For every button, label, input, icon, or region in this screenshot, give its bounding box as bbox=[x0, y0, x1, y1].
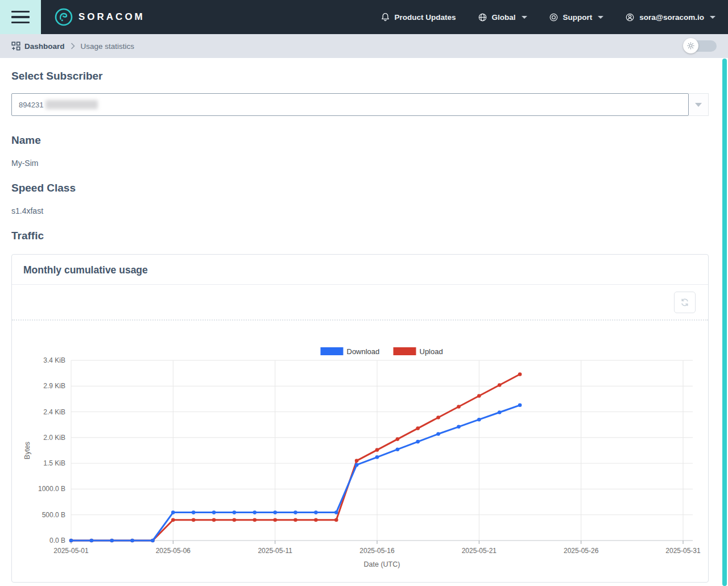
speed-class-heading: Speed Class bbox=[11, 182, 709, 194]
refresh-button[interactable] bbox=[674, 292, 696, 313]
subscriber-dropdown-button[interactable] bbox=[689, 93, 709, 116]
main-content: Select Subscriber Name My-Sim Speed Clas… bbox=[0, 70, 728, 583]
breadcrumb-current-page: Usage statistics bbox=[81, 42, 135, 51]
sun-icon bbox=[687, 42, 694, 49]
chevron-down-icon bbox=[598, 16, 603, 19]
refresh-icon bbox=[680, 297, 690, 307]
svg-text:2025-05-26: 2025-05-26 bbox=[564, 547, 599, 555]
svg-text:2025-05-16: 2025-05-16 bbox=[359, 547, 395, 555]
svg-text:3.4 KiB: 3.4 KiB bbox=[43, 356, 65, 364]
svg-text:500.0 B: 500.0 B bbox=[42, 511, 65, 519]
breadcrumb: Dashboard Usage statistics bbox=[0, 34, 728, 58]
support-icon bbox=[549, 13, 559, 22]
support-label: Support bbox=[563, 13, 593, 22]
speed-class-value: s1.4xfast bbox=[11, 206, 709, 215]
chevron-down-icon bbox=[710, 16, 715, 19]
dashboard-grid-icon bbox=[11, 41, 20, 51]
card-header: Monthly cumulative usage bbox=[12, 255, 708, 285]
subscriber-combobox bbox=[11, 93, 709, 116]
top-navbar: SORACOM Product Updates Global bbox=[0, 0, 728, 34]
subscriber-input[interactable] bbox=[11, 93, 689, 116]
card-toolbar bbox=[12, 285, 708, 321]
navbar-menu: Product Updates Global Support bbox=[380, 12, 728, 22]
global-label: Global bbox=[492, 13, 516, 22]
support-menu-button[interactable]: Support bbox=[549, 13, 604, 22]
svg-text:2.9 KiB: 2.9 KiB bbox=[43, 382, 65, 390]
breadcrumb-dashboard-link[interactable]: Dashboard bbox=[11, 41, 65, 51]
user-icon bbox=[625, 13, 635, 22]
svg-text:Upload: Upload bbox=[420, 347, 443, 356]
globe-icon bbox=[478, 13, 487, 22]
svg-text:0.0 B: 0.0 B bbox=[49, 537, 65, 545]
svg-text:2025-05-31: 2025-05-31 bbox=[665, 547, 701, 555]
name-value: My-Sim bbox=[11, 159, 709, 168]
account-label: sora@soracom.io bbox=[639, 13, 704, 22]
vertical-scrollbar[interactable] bbox=[722, 59, 727, 586]
traffic-heading: Traffic bbox=[11, 230, 709, 242]
global-menu-button[interactable]: Global bbox=[478, 13, 527, 22]
svg-text:1000.0 B: 1000.0 B bbox=[38, 485, 65, 493]
soracom-logo-icon bbox=[55, 8, 73, 26]
svg-text:1.5 KiB: 1.5 KiB bbox=[43, 459, 65, 467]
product-updates-label: Product Updates bbox=[395, 13, 456, 22]
monthly-usage-card: Monthly cumulative usage 0.0 B500.0 B100… bbox=[11, 254, 709, 583]
svg-text:2.0 KiB: 2.0 KiB bbox=[43, 434, 65, 442]
breadcrumb-dashboard-label: Dashboard bbox=[24, 42, 65, 51]
svg-text:2025-05-01: 2025-05-01 bbox=[53, 547, 89, 555]
chevron-down-icon bbox=[695, 103, 702, 107]
svg-text:2.4 KiB: 2.4 KiB bbox=[43, 408, 65, 416]
card-title: Monthly cumulative usage bbox=[23, 264, 148, 276]
theme-toggle[interactable] bbox=[684, 40, 717, 52]
svg-text:2025-05-11: 2025-05-11 bbox=[258, 547, 292, 555]
svg-text:2025-05-06: 2025-05-06 bbox=[156, 547, 191, 555]
svg-text:Download: Download bbox=[347, 347, 380, 356]
usage-chart: 0.0 B500.0 B1000.0 B1.5 KiB2.0 KiB2.4 Ki… bbox=[12, 337, 708, 573]
account-menu-button[interactable]: sora@soracom.io bbox=[625, 13, 715, 22]
product-updates-button[interactable]: Product Updates bbox=[380, 12, 456, 22]
name-heading: Name bbox=[11, 134, 709, 147]
svg-text:Bytes: Bytes bbox=[23, 442, 31, 459]
hamburger-menu-button[interactable] bbox=[0, 0, 41, 34]
chart-container: 0.0 B500.0 B1000.0 B1.5 KiB2.0 KiB2.4 Ki… bbox=[12, 321, 708, 573]
svg-text:Date (UTC): Date (UTC) bbox=[364, 560, 400, 568]
breadcrumb-chevron-icon bbox=[71, 43, 75, 49]
svg-text:2025-05-21: 2025-05-21 bbox=[462, 547, 497, 555]
select-subscriber-heading: Select Subscriber bbox=[11, 70, 709, 82]
chevron-down-icon bbox=[522, 16, 527, 19]
bell-icon bbox=[380, 12, 390, 22]
soracom-brand[interactable]: SORACOM bbox=[55, 8, 145, 26]
brand-name: SORACOM bbox=[78, 11, 145, 23]
toggle-knob bbox=[683, 38, 698, 53]
